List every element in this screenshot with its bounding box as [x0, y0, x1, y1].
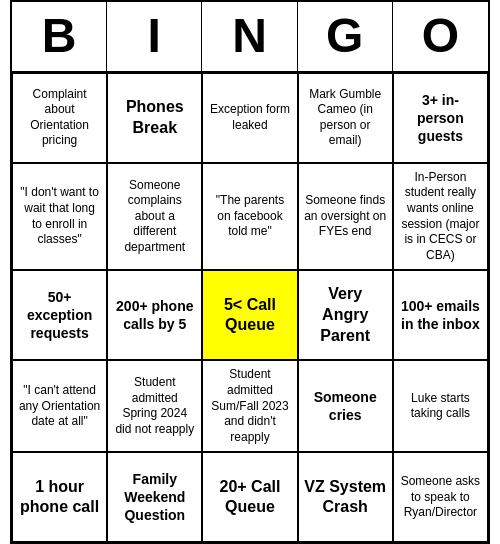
cell-r2c1[interactable]: "I don't want to wait that long to enrol… [12, 163, 107, 271]
cell-r4c5[interactable]: Luke starts taking calls [393, 360, 488, 452]
bingo-letter-B: B [12, 2, 107, 71]
cell-r3c4[interactable]: Very Angry Parent [298, 270, 393, 360]
bingo-letter-N: N [202, 2, 297, 71]
cell-r1c2[interactable]: Phones Break [107, 73, 202, 163]
cell-r3c1[interactable]: 50+ exception requests [12, 270, 107, 360]
cell-r4c2[interactable]: Student admitted Spring 2024 did not rea… [107, 360, 202, 452]
cell-r2c2[interactable]: Someone complains about a different depa… [107, 163, 202, 271]
bingo-header: BINGO [12, 2, 488, 73]
bingo-letter-O: O [393, 2, 488, 71]
cell-r2c5[interactable]: In-Person student really wants online se… [393, 163, 488, 271]
bingo-card: BINGO Complaint about Orientation pricin… [10, 0, 490, 544]
cell-r5c4[interactable]: VZ System Crash [298, 452, 393, 542]
cell-r4c3[interactable]: Student admitted Sum/Fall 2023 and didn'… [202, 360, 297, 452]
bingo-grid: Complaint about Orientation pricingPhone… [12, 73, 488, 543]
cell-r5c2[interactable]: Family Weekend Question [107, 452, 202, 542]
cell-r1c1[interactable]: Complaint about Orientation pricing [12, 73, 107, 163]
cell-r2c3[interactable]: "The parents on facebook told me" [202, 163, 297, 271]
cell-r5c1[interactable]: 1 hour phone call [12, 452, 107, 542]
cell-r3c5[interactable]: 100+ emails in the inbox [393, 270, 488, 360]
cell-r1c4[interactable]: Mark Gumble Cameo (in person or email) [298, 73, 393, 163]
cell-r3c3[interactable]: 5< Call Queue [202, 270, 297, 360]
bingo-letter-I: I [107, 2, 202, 71]
cell-r4c1[interactable]: "I can't attend any Orientation date at … [12, 360, 107, 452]
cell-r3c2[interactable]: 200+ phone calls by 5 [107, 270, 202, 360]
cell-r4c4[interactable]: Someone cries [298, 360, 393, 452]
cell-r5c5[interactable]: Someone asks to speak to Ryan/Director [393, 452, 488, 542]
bingo-letter-G: G [298, 2, 393, 71]
cell-r1c3[interactable]: Exception form leaked [202, 73, 297, 163]
cell-r5c3[interactable]: 20+ Call Queue [202, 452, 297, 542]
cell-r2c4[interactable]: Someone finds an oversight on FYEs end [298, 163, 393, 271]
cell-r1c5[interactable]: 3+ in-person guests [393, 73, 488, 163]
